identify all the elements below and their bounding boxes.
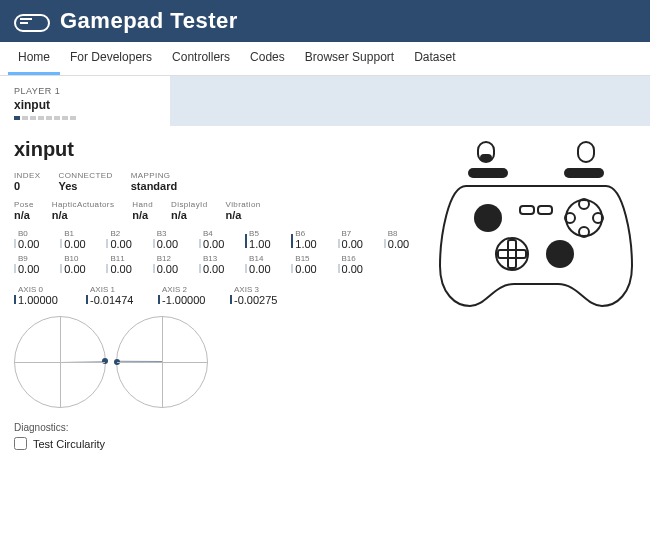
diagnostics-heading: Diagnostics: xyxy=(14,422,422,433)
player-strip: PLAYER 1 xinput xyxy=(0,76,650,126)
axis-axis-2: AXIS 2-1.00000 xyxy=(158,285,222,306)
svg-rect-4 xyxy=(480,154,492,162)
player-dots xyxy=(14,116,156,120)
ext-displayid: DisplayIdn/a xyxy=(171,200,208,221)
player-placeholder xyxy=(170,76,650,126)
svg-rect-5 xyxy=(578,142,594,162)
ext-vibration: Vibrationn/a xyxy=(226,200,261,221)
button-b5: B51.00 xyxy=(245,229,283,250)
button-b0: B00.00 xyxy=(14,229,52,250)
svg-rect-6 xyxy=(468,168,508,178)
button-b3: B30.00 xyxy=(153,229,191,250)
diagnostics-section: Diagnostics: Test Circularity xyxy=(14,422,422,450)
button-b15: B150.00 xyxy=(291,254,329,275)
button-b7: B70.00 xyxy=(338,229,376,250)
button-b2: B20.00 xyxy=(106,229,144,250)
svg-rect-9 xyxy=(520,206,534,214)
svg-point-8 xyxy=(474,204,502,232)
ext-pose: Posen/a xyxy=(14,200,34,221)
nav-tab-home[interactable]: Home xyxy=(8,42,60,75)
button-b13: B130.00 xyxy=(199,254,237,275)
button-b16: B160.00 xyxy=(338,254,376,275)
player-index-label: PLAYER 1 xyxy=(14,86,156,96)
navbar: Gamepad Tester xyxy=(0,0,650,42)
svg-rect-10 xyxy=(538,206,552,214)
controller-icon xyxy=(436,138,636,308)
meta-connected: CONNECTEDYes xyxy=(58,171,112,192)
axis-circle-right xyxy=(116,316,208,408)
svg-rect-17 xyxy=(508,240,516,268)
ext-hapticactuators: HapticActuatorsn/a xyxy=(52,200,114,221)
button-b10: B100.00 xyxy=(60,254,98,275)
nav-tab-for-developers[interactable]: For Developers xyxy=(60,42,162,75)
device-extended-row: Posen/aHapticActuatorsn/aHandn/aDisplayI… xyxy=(14,200,422,221)
nav-tab-dataset[interactable]: Dataset xyxy=(404,42,465,75)
nav-tabs: HomeFor DevelopersControllersCodesBrowse… xyxy=(0,42,650,76)
meta-index: INDEX0 xyxy=(14,171,40,192)
svg-rect-18 xyxy=(498,250,526,258)
nav-tab-codes[interactable]: Codes xyxy=(240,42,295,75)
svg-rect-7 xyxy=(564,168,604,178)
player-card[interactable]: PLAYER 1 xinput xyxy=(0,76,170,126)
button-b8: B80.00 xyxy=(384,229,422,250)
player-device-name: xinput xyxy=(14,98,156,112)
test-circularity-input[interactable] xyxy=(14,437,27,450)
axes-grid: AXIS 01.00000AXIS 1-0.01474AXIS 2-1.0000… xyxy=(14,285,422,306)
meta-mapping: MAPPINGstandard xyxy=(131,171,177,192)
svg-point-16 xyxy=(496,238,528,270)
button-b4: B40.00 xyxy=(199,229,237,250)
device-meta-row: INDEX0CONNECTEDYesMAPPINGstandard xyxy=(14,171,422,192)
controller-diagram xyxy=(436,138,636,450)
nav-tab-controllers[interactable]: Controllers xyxy=(162,42,240,75)
buttons-grid: B00.00B10.00B20.00B30.00B40.00B51.00B61.… xyxy=(14,229,422,275)
test-circularity-checkbox[interactable]: Test Circularity xyxy=(14,437,422,450)
axis-axis-1: AXIS 1-0.01474 xyxy=(86,285,150,306)
axis-circle-left xyxy=(14,316,106,408)
button-b14: B140.00 xyxy=(245,254,283,275)
button-b12: B120.00 xyxy=(153,254,191,275)
button-b1: B10.00 xyxy=(60,229,98,250)
button-b9: B90.00 xyxy=(14,254,52,275)
device-details: xinput INDEX0CONNECTEDYesMAPPINGstandard… xyxy=(14,138,422,450)
nav-tab-browser-support[interactable]: Browser Support xyxy=(295,42,404,75)
svg-point-11 xyxy=(566,200,602,236)
svg-point-19 xyxy=(546,240,574,268)
gamepad-logo-icon xyxy=(14,9,50,33)
main-content: xinput INDEX0CONNECTEDYesMAPPINGstandard… xyxy=(0,126,650,460)
button-b6: B61.00 xyxy=(291,229,329,250)
axis-axis-3: AXIS 3-0.00275 xyxy=(230,285,294,306)
axis-axis-0: AXIS 01.00000 xyxy=(14,285,78,306)
ext-hand: Handn/a xyxy=(132,200,153,221)
button-b11: B110.00 xyxy=(106,254,144,275)
device-name-heading: xinput xyxy=(14,138,422,161)
test-circularity-label: Test Circularity xyxy=(33,438,105,450)
app-title: Gamepad Tester xyxy=(60,8,238,34)
axis-circles xyxy=(14,316,422,408)
